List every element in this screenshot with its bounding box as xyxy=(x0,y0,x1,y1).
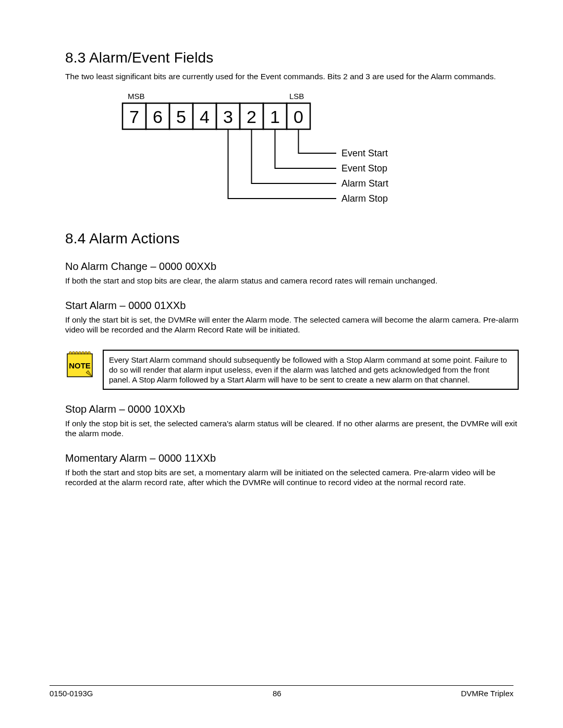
bit-boxes xyxy=(123,103,310,129)
note-icon: NOTE xyxy=(65,350,94,379)
footer-right: DVMRe Triplex xyxy=(461,689,513,698)
svg-text:0: 0 xyxy=(293,107,303,127)
svg-text:4: 4 xyxy=(200,107,210,127)
heading-stop-alarm: Stop Alarm – 0000 10XXb xyxy=(65,403,519,415)
note-text: Every Start Alarm command should subsequ… xyxy=(103,350,519,390)
msb-label: MSB xyxy=(128,92,145,101)
svg-point-20 xyxy=(79,352,81,354)
para-start-alarm: If only the start bit is set, the DVMRe … xyxy=(65,315,519,335)
lsb-label: LSB xyxy=(289,92,304,101)
svg-text:5: 5 xyxy=(176,107,186,127)
heading-start-alarm: Start Alarm – 0000 01XXb xyxy=(65,300,519,312)
heading-momentary-alarm: Momentary Alarm – 0000 11XXb xyxy=(65,452,519,464)
lead-lines xyxy=(228,129,337,199)
svg-text:6: 6 xyxy=(153,107,163,127)
svg-point-21 xyxy=(82,352,84,354)
page-footer: 0150-0193G 86 DVMRe Triplex xyxy=(50,685,513,698)
note-block: NOTE Every Start Alarm command should su… xyxy=(65,350,519,390)
page: 8.3 Alarm/Event Fields The two least sig… xyxy=(0,0,563,728)
lead-event-stop: Event Stop xyxy=(341,163,387,174)
para-stop-alarm: If only the stop bit is set, the selecte… xyxy=(65,418,519,439)
heading-8-4: 8.4 Alarm Actions xyxy=(65,230,519,247)
para-no-alarm-change: If both the start and stop bits are clea… xyxy=(65,276,519,286)
footer-center: 86 xyxy=(273,689,282,698)
svg-point-22 xyxy=(85,352,87,354)
svg-text:1: 1 xyxy=(270,107,280,127)
svg-text:7: 7 xyxy=(129,107,139,127)
svg-point-19 xyxy=(76,352,78,354)
svg-text:2: 2 xyxy=(247,107,256,127)
lead-event-start: Event Start xyxy=(341,148,388,158)
lead-alarm-start: Alarm Start xyxy=(341,178,388,189)
svg-point-18 xyxy=(72,352,75,354)
para-momentary-alarm: If both the start and stop bits are set,… xyxy=(65,467,519,488)
svg-text:3: 3 xyxy=(223,107,233,127)
bitfield-diagram: MSB LSB 7 6 5 4 3 2 1 0 xyxy=(117,92,482,227)
svg-point-17 xyxy=(69,352,71,354)
heading-no-alarm-change: No Alarm Change – 0000 00XXb xyxy=(65,261,519,273)
footer-left: 0150-0193G xyxy=(50,689,93,698)
lead-alarm-stop: Alarm Stop xyxy=(341,193,388,204)
svg-text:NOTE: NOTE xyxy=(69,361,91,370)
svg-point-23 xyxy=(88,352,90,354)
heading-8-3: 8.3 Alarm/Event Fields xyxy=(65,50,519,66)
para-8-3: The two least significant bits are curre… xyxy=(65,71,519,81)
lead-labels: Event Start Event Stop Alarm Start Alarm… xyxy=(341,148,388,204)
